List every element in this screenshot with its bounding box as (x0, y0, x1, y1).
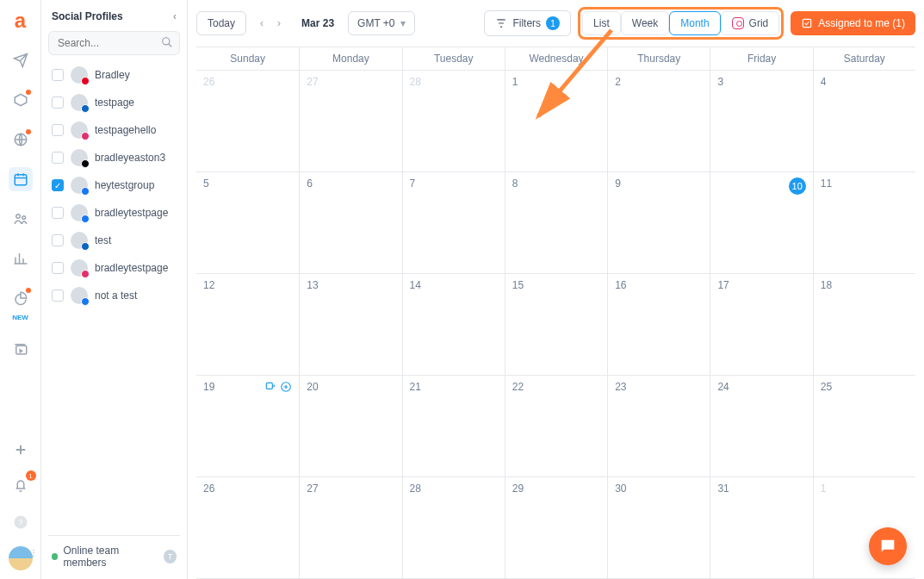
cell-actions[interactable] (264, 381, 292, 393)
calendar-cell[interactable]: 31 (710, 477, 812, 579)
nav-add-icon[interactable] (9, 438, 33, 462)
calendar-cell[interactable]: 11 (813, 172, 915, 274)
day-number: 3 (717, 76, 723, 88)
assigned-label: Assigned to me (1) (818, 17, 905, 29)
view-month-button[interactable]: Month (669, 11, 720, 35)
calendar-cell[interactable]: 1 (813, 477, 915, 579)
sidebar-collapse-icon[interactable]: ‹ (173, 10, 177, 22)
calendar-cell[interactable]: 6 (299, 172, 401, 274)
profile-item[interactable]: bradleytestpage (48, 202, 180, 224)
profile-item[interactable]: heytestgroup (48, 174, 180, 196)
calendar-cell[interactable]: 18 (813, 274, 915, 376)
calendar-cell[interactable]: 25 (813, 376, 915, 477)
assigned-to-me-button[interactable]: Assigned to me (1) (791, 11, 915, 35)
profile-item[interactable]: not a test (48, 284, 180, 307)
calendar-cell[interactable]: 26 (196, 71, 299, 172)
weekday-label: Thursday (607, 47, 710, 70)
profile-checkbox[interactable] (52, 262, 64, 274)
calendar: SundayMondayTuesdayWednesdayThursdayFrid… (196, 47, 915, 579)
prev-button[interactable]: ‹ (253, 12, 270, 34)
calendar-cell[interactable]: 27 (299, 477, 401, 579)
profile-item[interactable]: bradleyeaston3 (48, 146, 180, 169)
nav-analytics-icon[interactable] (9, 246, 33, 271)
calendar-cell[interactable]: 7 (402, 172, 505, 274)
calendar-cell[interactable]: 14 (402, 274, 505, 376)
nav-bell-icon[interactable]: 1 (9, 474, 33, 498)
calendar-cell[interactable]: 27 (299, 71, 401, 172)
network-badge-icon (81, 104, 90, 113)
calendar-cell[interactable]: 9 (607, 172, 710, 274)
check-icon (801, 17, 813, 29)
calendar-cell[interactable]: 13 (299, 274, 401, 376)
view-list-button[interactable]: List (582, 11, 621, 35)
profile-item[interactable]: bradleytestpage (48, 257, 180, 279)
calendar-cell[interactable]: 8 (505, 172, 607, 274)
profile-avatar (71, 259, 88, 277)
profile-checkbox[interactable] (52, 234, 64, 246)
calendar-cell[interactable]: 22 (505, 376, 607, 477)
profile-checkbox[interactable] (52, 96, 64, 109)
calendar-cell[interactable]: 26 (196, 477, 299, 579)
nav-people-icon[interactable] (9, 207, 33, 231)
calendar-cell[interactable]: 15 (505, 274, 607, 376)
svg-point-7 (163, 38, 170, 45)
day-number: 5 (203, 177, 209, 190)
profile-checkbox[interactable] (52, 179, 64, 191)
nav-library-icon[interactable] (9, 337, 33, 361)
nav-inbox-icon[interactable] (9, 88, 33, 112)
nav-send-icon[interactable] (9, 48, 33, 72)
calendar-cell[interactable]: 2 (607, 71, 710, 172)
profile-checkbox[interactable] (52, 69, 64, 81)
app-logo[interactable]: a (9, 9, 33, 33)
profile-avatar (71, 121, 88, 139)
add-icon (280, 381, 292, 393)
profile-checkbox[interactable] (52, 124, 64, 136)
calendar-cell[interactable]: 4 (813, 71, 915, 172)
view-grid-button[interactable]: Grid (721, 11, 780, 35)
calendar-cell[interactable]: 21 (402, 376, 505, 477)
next-button[interactable]: › (270, 12, 288, 34)
nav-dashboard-icon[interactable] (9, 286, 33, 310)
profile-item[interactable]: test (48, 229, 180, 252)
online-count-chip[interactable]: T (164, 550, 177, 563)
filters-button[interactable]: Filters 1 (484, 10, 571, 36)
profile-item[interactable]: testpage (48, 91, 180, 114)
calendar-cell[interactable]: 16 (607, 274, 710, 376)
calendar-cell[interactable]: 3 (710, 71, 812, 172)
calendar-cell[interactable]: 20 (299, 376, 401, 477)
svg-point-2 (16, 215, 20, 219)
timezone-select[interactable]: GMT +0 ▾ (348, 11, 414, 35)
view-week-button[interactable]: Week (621, 11, 669, 35)
today-button[interactable]: Today (196, 11, 246, 35)
nav-help-icon[interactable]: ? (9, 510, 33, 534)
day-number: 11 (821, 177, 832, 190)
calendar-cell[interactable]: 23 (607, 376, 710, 477)
chat-fab[interactable] (869, 527, 907, 565)
nav-calendar-icon[interactable] (9, 167, 33, 191)
day-number: 13 (307, 279, 318, 291)
profile-checkbox[interactable] (52, 290, 64, 302)
day-number: 29 (512, 482, 524, 495)
calendar-cell[interactable]: 10 (710, 172, 812, 274)
calendar-cell[interactable]: 17 (710, 274, 812, 376)
profile-item[interactable]: testpagehello (48, 119, 180, 141)
sidebar-title: Social Profiles (52, 10, 123, 22)
online-label: Online team members (63, 545, 158, 569)
calendar-cell[interactable]: 29 (505, 477, 607, 579)
calendar-cell[interactable]: 5 (196, 172, 299, 274)
calendar-cell[interactable]: 12 (196, 274, 299, 376)
calendar-cell[interactable]: 28 (402, 71, 505, 172)
calendar-cell[interactable]: 28 (402, 477, 505, 579)
calendar-cell[interactable]: 24 (710, 376, 812, 477)
calendar-cell[interactable]: 19 (196, 376, 299, 477)
profile-item[interactable]: Bradley (48, 64, 180, 86)
calendar-cell[interactable]: 1 (505, 71, 607, 172)
profile-checkbox[interactable] (52, 207, 64, 219)
network-badge-icon (81, 242, 90, 251)
calendar-cell[interactable]: 30 (607, 477, 710, 579)
nav-user-avatar[interactable]: ⋮ (9, 546, 33, 570)
nav-globe-icon[interactable] (9, 128, 33, 152)
profile-avatar (71, 232, 88, 249)
profile-checkbox[interactable] (52, 152, 64, 164)
day-number: 25 (821, 381, 832, 393)
